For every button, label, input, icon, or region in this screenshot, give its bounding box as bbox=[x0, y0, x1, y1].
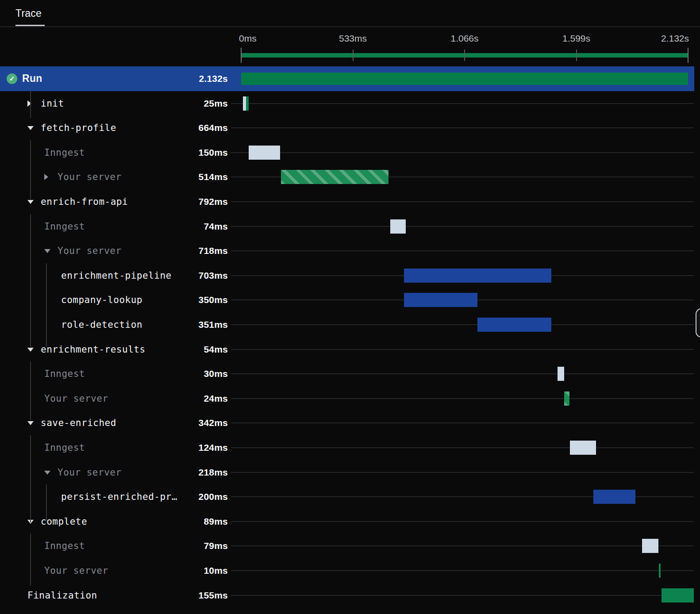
span-duration: 155ms bbox=[142, 590, 228, 600]
span-bar[interactable] bbox=[404, 269, 551, 283]
chevron-down-icon[interactable] bbox=[44, 471, 50, 475]
tab-active-underline bbox=[15, 25, 45, 26]
trace-row[interactable]: Your server 514ms bbox=[0, 165, 700, 189]
chevron-down-icon[interactable] bbox=[27, 126, 34, 130]
trace-row[interactable]: Your server 10ms bbox=[0, 558, 700, 583]
chevron-down-icon[interactable] bbox=[27, 421, 34, 425]
span-duration: 200ms bbox=[142, 491, 228, 502]
row-track-line bbox=[231, 545, 694, 546]
span-label: complete bbox=[41, 516, 87, 526]
row-track-line bbox=[231, 472, 694, 473]
row-track-line bbox=[231, 595, 694, 596]
trace-row[interactable]: role-detection 351ms bbox=[0, 312, 700, 337]
span-label: Your server bbox=[44, 565, 108, 576]
tab-trace-label: Trace bbox=[15, 8, 42, 19]
trace-waterfall: ✓ Run 2.132s init 25ms fetch-profile 664… bbox=[0, 66, 700, 610]
chevron-down-icon[interactable] bbox=[27, 200, 34, 204]
timeline-tick-label: 2.132s bbox=[661, 33, 689, 44]
span-duration: 89ms bbox=[142, 516, 228, 526]
span-label: Inngest bbox=[44, 541, 85, 551]
tree-guide-line bbox=[30, 214, 31, 347]
span-bar[interactable] bbox=[404, 293, 477, 307]
row-track-line bbox=[231, 570, 694, 571]
timeline-ruler[interactable] bbox=[241, 48, 688, 63]
row-track-line bbox=[231, 521, 694, 522]
scrollbar-thumb[interactable] bbox=[696, 308, 700, 338]
span-bar[interactable] bbox=[281, 170, 388, 184]
span-label: Inngest bbox=[44, 442, 85, 453]
trace-viewer: { "tab": { "label": "Trace" }, "timeline… bbox=[0, 0, 700, 614]
span-bar[interactable] bbox=[564, 391, 569, 406]
span-label: Inngest bbox=[44, 368, 85, 379]
timeline-tick-mark bbox=[576, 50, 577, 61]
trace-row[interactable]: save-enriched 342ms bbox=[0, 411, 700, 435]
span-label: enrich-from-api bbox=[41, 196, 128, 207]
chevron-right-icon[interactable] bbox=[44, 174, 48, 180]
trace-row[interactable]: Your server 24ms bbox=[0, 386, 700, 411]
trace-row[interactable]: Your server 218ms bbox=[0, 460, 700, 485]
timeline-tick-label: 1.066s bbox=[450, 33, 478, 44]
trace-row[interactable]: Finalization 155ms bbox=[0, 583, 700, 608]
span-label: save-enriched bbox=[41, 418, 116, 428]
span-duration: 792ms bbox=[142, 196, 228, 207]
span-bar[interactable] bbox=[243, 96, 246, 111]
row-track-line bbox=[231, 103, 694, 104]
span-duration: 218ms bbox=[142, 467, 228, 477]
row-track-line bbox=[231, 201, 694, 202]
trace-row[interactable]: persist-enriched-pr… 200ms bbox=[0, 484, 700, 509]
timeline-tick-mark bbox=[688, 48, 688, 63]
tab-trace[interactable]: Trace bbox=[15, 5, 42, 26]
span-duration: 2.132s bbox=[142, 73, 228, 84]
row-track-line bbox=[231, 373, 694, 374]
span-duration: 124ms bbox=[142, 442, 228, 453]
trace-row[interactable]: Inngest 150ms bbox=[0, 140, 700, 165]
trace-row[interactable]: enrichment-pipeline 703ms bbox=[0, 263, 700, 288]
trace-row[interactable]: enrich-from-api 792ms bbox=[0, 189, 700, 214]
timeline-tick-label: 0ms bbox=[239, 33, 257, 44]
span-label: enrichment-results bbox=[41, 344, 146, 354]
trace-row[interactable]: complete 89ms bbox=[0, 509, 700, 534]
timeline-tick-mark bbox=[464, 50, 465, 61]
span-duration: 25ms bbox=[142, 98, 228, 108]
span-bar[interactable] bbox=[570, 441, 596, 455]
span-bar[interactable] bbox=[249, 146, 280, 160]
span-duration: 74ms bbox=[142, 221, 228, 231]
trace-row[interactable]: ✓ Run 2.132s bbox=[0, 66, 694, 91]
span-duration: 54ms bbox=[142, 344, 228, 354]
span-bar[interactable] bbox=[246, 96, 249, 111]
row-track-line bbox=[231, 226, 694, 227]
span-bar[interactable] bbox=[593, 490, 635, 504]
timeline-tick-label: 533ms bbox=[339, 33, 367, 44]
span-bar[interactable] bbox=[662, 588, 694, 602]
row-track-line bbox=[231, 422, 694, 423]
chevron-down-icon[interactable] bbox=[27, 348, 34, 352]
span-label: Finalization bbox=[27, 590, 97, 600]
trace-row[interactable]: Your server 718ms bbox=[0, 238, 700, 263]
trace-row[interactable]: Inngest 124ms bbox=[0, 435, 700, 460]
span-bar[interactable] bbox=[558, 367, 564, 381]
timeline-tick-mark bbox=[353, 50, 354, 61]
row-track-line bbox=[231, 447, 694, 448]
row-track-line bbox=[231, 152, 694, 153]
trace-row[interactable]: Inngest 30ms bbox=[0, 361, 700, 386]
span-duration: 79ms bbox=[142, 541, 228, 551]
span-bar[interactable] bbox=[390, 219, 406, 234]
trace-row[interactable]: enrichment-results 54ms bbox=[0, 337, 700, 362]
trace-row[interactable]: fetch-profile 664ms bbox=[0, 115, 700, 140]
trace-row[interactable]: Inngest 79ms bbox=[0, 533, 700, 558]
trace-row[interactable]: init 25ms bbox=[0, 91, 700, 116]
span-duration: 351ms bbox=[142, 319, 228, 330]
chevron-down-icon[interactable] bbox=[44, 249, 50, 253]
tree-guide-line bbox=[30, 140, 31, 199]
trace-row[interactable]: company-lookup 350ms bbox=[0, 288, 700, 312]
row-track-line bbox=[231, 250, 694, 251]
span-duration: 10ms bbox=[142, 565, 228, 576]
span-duration: 342ms bbox=[142, 418, 228, 428]
tree-guide-line bbox=[30, 533, 31, 585]
trace-row[interactable]: Inngest 74ms bbox=[0, 214, 700, 239]
check-circle-icon: ✓ bbox=[7, 73, 17, 84]
span-bar[interactable] bbox=[659, 564, 661, 578]
span-bar[interactable] bbox=[241, 73, 688, 85]
span-bar[interactable] bbox=[642, 539, 658, 553]
span-bar[interactable] bbox=[477, 318, 551, 332]
